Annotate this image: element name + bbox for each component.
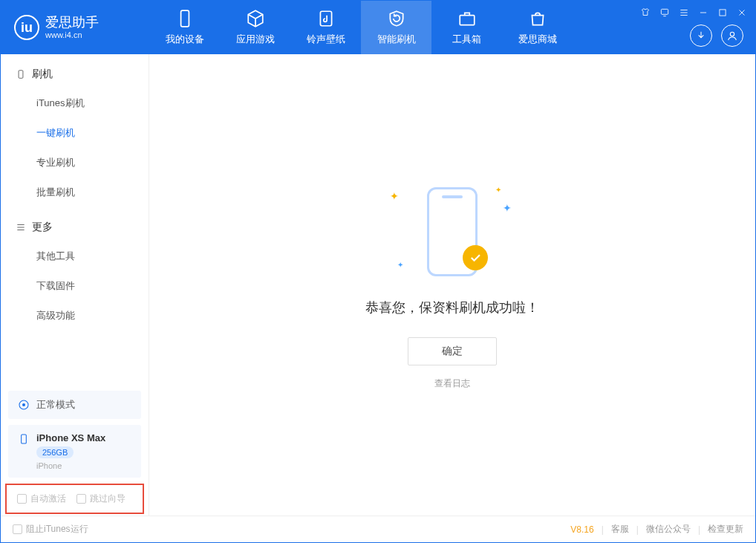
sparkle-icon: ✦ — [397, 261, 403, 269]
success-illustration: ✦ ✦ ✦ ✦ — [371, 180, 534, 284]
device-type: iPhone — [36, 461, 105, 470]
header-right-icons — [690, 25, 743, 47]
svg-rect-0 — [180, 10, 189, 27]
sparkle-icon: ✦ — [503, 202, 512, 214]
sidebar-section-more: 更多 — [1, 207, 149, 241]
check-badge-icon — [463, 245, 488, 270]
sidebar-item-batch-flash[interactable]: 批量刷机 — [1, 178, 149, 207]
logo[interactable]: iu 爱思助手 www.i4.cn — [1, 15, 149, 40]
music-file-icon — [316, 9, 336, 28]
svg-point-8 — [22, 403, 25, 406]
sidebar-item-advanced[interactable]: 高级功能 — [1, 301, 149, 331]
ok-button[interactable]: 确定 — [408, 337, 497, 365]
cube-icon — [246, 9, 265, 28]
tab-my-device[interactable]: 我的设备 — [149, 1, 220, 54]
phone-icon — [175, 9, 195, 28]
app-site: www.i4.cn — [45, 30, 99, 39]
titlebar: iu 爱思助手 www.i4.cn 我的设备 应用游戏 铃声壁纸 智能刷机 — [1, 1, 755, 54]
device-capacity: 256GB — [36, 446, 74, 458]
top-tabs: 我的设备 应用游戏 铃声壁纸 智能刷机 工具箱 爱思商城 — [149, 1, 573, 54]
svg-rect-9 — [22, 435, 27, 443]
device-icon — [16, 69, 26, 79]
user-icon[interactable] — [721, 25, 743, 47]
tab-label: 智能刷机 — [377, 33, 416, 46]
tab-label: 应用游戏 — [236, 33, 275, 46]
device-info-card[interactable]: iPhone XS Max 256GB iPhone — [8, 425, 141, 478]
checkbox-label: 自动激活 — [30, 492, 66, 505]
checkbox-auto-activate[interactable]: 自动激活 — [17, 492, 66, 505]
sidebar-item-itunes-flash[interactable]: iTunes刷机 — [1, 88, 149, 118]
app-name: 爱思助手 — [45, 16, 99, 30]
svg-point-5 — [730, 32, 734, 36]
sidebar: 刷机 iTunes刷机 一键刷机 专业刷机 批量刷机 更多 其他工具 下载固件 … — [1, 54, 149, 516]
close-icon[interactable] — [736, 7, 748, 19]
tab-toolbox[interactable]: 工具箱 — [431, 1, 502, 54]
window-controls — [639, 7, 748, 19]
success-message: 恭喜您，保资料刷机成功啦！ — [365, 299, 539, 316]
svg-rect-1 — [320, 11, 331, 26]
section-title: 刷机 — [32, 68, 53, 81]
logo-icon: iu — [14, 15, 39, 40]
app-window: iu 爱思助手 www.i4.cn 我的设备 应用游戏 铃声壁纸 智能刷机 — [0, 0, 756, 543]
tab-label: 爱思商城 — [518, 33, 557, 46]
device-panel: 正常模式 iPhone XS Max 256GB iPhone 自动激活 跳过向… — [1, 385, 149, 516]
list-icon — [16, 222, 26, 233]
main-content: ✦ ✦ ✦ ✦ 恭喜您，保资料刷机成功啦！ 确定 查看日志 — [149, 54, 755, 516]
statusbar: 阻止iTunes运行 V8.16 | 客服 | 微信公众号 | 检查更新 — [1, 516, 755, 542]
refresh-shield-icon — [387, 9, 406, 28]
feedback-icon[interactable] — [659, 7, 671, 19]
menu-icon[interactable] — [678, 7, 690, 19]
minimize-icon[interactable] — [697, 7, 709, 19]
device-mode-card[interactable]: 正常模式 — [8, 391, 141, 419]
separator: | — [698, 524, 700, 535]
separator: | — [602, 524, 604, 535]
phone-icon — [17, 432, 30, 446]
sidebar-item-download-firmware[interactable]: 下载固件 — [1, 271, 149, 301]
wechat-link[interactable]: 微信公众号 — [646, 523, 691, 536]
support-link[interactable]: 客服 — [611, 523, 629, 536]
mode-icon — [17, 398, 30, 412]
svg-rect-4 — [720, 10, 726, 16]
device-mode: 正常模式 — [36, 398, 75, 412]
options-row-highlighted: 自动激活 跳过向导 — [5, 484, 144, 514]
section-title: 更多 — [32, 221, 53, 234]
tab-label: 工具箱 — [452, 33, 481, 46]
checkbox-label: 阻止iTunes运行 — [26, 523, 88, 536]
maximize-icon[interactable] — [717, 7, 729, 19]
sidebar-item-pro-flash[interactable]: 专业刷机 — [1, 148, 149, 178]
sparkle-icon: ✦ — [390, 190, 399, 202]
tshirt-icon[interactable] — [639, 7, 651, 19]
tab-smart-flash[interactable]: 智能刷机 — [361, 1, 431, 54]
sidebar-item-other-tools[interactable]: 其他工具 — [1, 241, 149, 271]
checkbox-skip-guide[interactable]: 跳过向导 — [76, 492, 126, 505]
tab-label: 铃声壁纸 — [307, 33, 345, 46]
version-label: V8.16 — [570, 524, 593, 535]
device-model: iPhone XS Max — [36, 432, 105, 443]
sparkle-icon: ✦ — [495, 186, 501, 194]
bag-icon — [528, 9, 547, 28]
check-update-link[interactable]: 检查更新 — [708, 523, 743, 536]
tab-apps[interactable]: 应用游戏 — [220, 1, 290, 54]
sidebar-item-one-click-flash[interactable]: 一键刷机 — [1, 118, 149, 148]
tab-ringtone[interactable]: 铃声壁纸 — [290, 1, 361, 54]
sidebar-section-flash: 刷机 — [1, 54, 149, 88]
svg-rect-3 — [661, 9, 668, 14]
view-log-link[interactable]: 查看日志 — [434, 377, 470, 390]
svg-rect-2 — [460, 16, 475, 25]
download-icon[interactable] — [690, 25, 712, 47]
checkbox-block-itunes[interactable]: 阻止iTunes运行 — [13, 523, 88, 536]
body: 刷机 iTunes刷机 一键刷机 专业刷机 批量刷机 更多 其他工具 下载固件 … — [1, 54, 755, 516]
briefcase-icon — [457, 9, 477, 28]
svg-rect-6 — [19, 71, 23, 79]
separator: | — [636, 524, 639, 535]
checkbox-label: 跳过向导 — [90, 492, 126, 505]
tab-store[interactable]: 爱思商城 — [502, 1, 573, 54]
tab-label: 我的设备 — [166, 33, 204, 46]
